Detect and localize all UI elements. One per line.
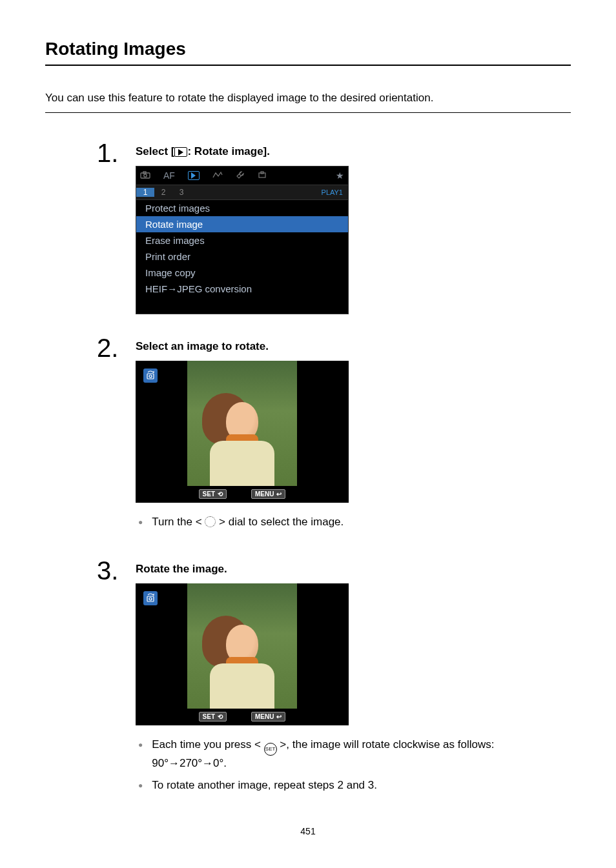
camera-image-screenshot: SET ⟲ MENU ↩	[136, 583, 349, 725]
set-button-icon: SET	[264, 743, 277, 756]
set-button-tag: SET ⟲	[199, 489, 227, 499]
bullet-text-post: > dial to select the image.	[216, 516, 344, 528]
menu-button-tag: MENU ↩	[251, 712, 285, 722]
step-number: 2	[97, 335, 136, 361]
menu-label: MENU	[255, 490, 274, 498]
subtab-2: 2	[154, 188, 172, 197]
star-tab-icon: ★	[336, 170, 344, 181]
menu-label: MENU	[255, 713, 274, 720]
wrench-tab-icon	[236, 170, 245, 181]
rotate-mini-icon: ⟲	[218, 713, 223, 720]
step-3: 3 Rotate the image. SET	[97, 563, 571, 800]
return-mini-icon: ↩	[276, 490, 282, 498]
step-1-title-pre: Select [	[136, 145, 174, 157]
network-tab-icon	[212, 170, 223, 181]
page-number: 451	[45, 826, 571, 836]
step-2-title: Select an image to rotate.	[136, 340, 571, 353]
step-3-bullet-2: To rotate another image, repeat steps 2 …	[138, 778, 571, 794]
step-3-title: Rotate the image.	[136, 563, 571, 576]
subtab-1: 1	[136, 188, 154, 197]
menu-item-image-copy: Image copy	[136, 265, 348, 281]
menu-item-print-order: Print order	[136, 248, 348, 265]
rotate-badge-icon	[143, 591, 158, 605]
bullet-text-pre: Turn the <	[152, 516, 205, 528]
quick-control-dial-icon	[205, 516, 216, 527]
set-label: SET	[203, 713, 215, 720]
custom-tab-icon	[258, 170, 267, 181]
menu-button-tag: MENU ↩	[251, 489, 285, 499]
rotate-badge-icon	[143, 368, 158, 383]
step-2: 2 Select an image to rotate.	[97, 340, 571, 537]
menu-sub-tabs: 1 2 3 PLAY1	[136, 185, 348, 200]
playback-tab-icon	[188, 171, 200, 180]
set-label: SET	[203, 490, 215, 498]
rotate-mini-icon: ⟲	[218, 490, 223, 498]
svg-rect-7	[147, 596, 154, 601]
menu-item-erase: Erase images	[136, 232, 348, 248]
svg-point-6	[149, 375, 152, 378]
step-2-bullet: Turn the < > dial to select the image.	[138, 514, 571, 530]
step-number: 3	[97, 558, 136, 583]
subtab-category-label: PLAY1	[322, 188, 348, 196]
step-number: 1	[97, 140, 136, 166]
svg-rect-5	[147, 374, 154, 379]
step-1-title-post: : Rotate image].	[187, 145, 270, 157]
step-3-bullet-1: Each time you press < SET >, the image w…	[138, 737, 571, 772]
subtab-3: 3	[172, 188, 190, 197]
playback-icon	[174, 147, 187, 157]
sample-photo	[187, 583, 297, 709]
sample-photo	[187, 361, 297, 486]
svg-point-8	[149, 598, 152, 600]
camera-menu-screenshot: AF ★ 1 2 3 PLAY1	[136, 166, 349, 314]
menu-item-rotate: Rotate image	[136, 216, 348, 232]
step-1-title: Select [: Rotate image].	[136, 145, 571, 158]
image-bottom-bar: SET ⟲ MENU ↩	[136, 712, 349, 722]
intro-text: You can use this feature to rotate the d…	[45, 92, 571, 113]
camera-image-screenshot: SET ⟲ MENU ↩	[136, 361, 349, 503]
step-1: 1 Select [: Rotate image]. AF	[97, 145, 571, 314]
return-mini-icon: ↩	[276, 713, 282, 720]
bullet-text-pre: Each time you press <	[152, 738, 263, 751]
page-title: Rotating Images	[45, 39, 571, 66]
camera-tab-icon	[140, 170, 150, 181]
set-button-tag: SET ⟲	[199, 712, 227, 722]
menu-top-tabs: AF ★	[136, 167, 348, 185]
svg-point-2	[144, 174, 147, 177]
bullet-text: To rotate another image, repeat steps 2 …	[152, 778, 377, 794]
menu-item-heif-jpeg: HEIF→JPEG conversion	[136, 281, 348, 297]
menu-item-protect: Protect images	[136, 200, 348, 216]
af-tab-label: AF	[163, 170, 175, 181]
image-bottom-bar: SET ⟲ MENU ↩	[136, 489, 349, 499]
